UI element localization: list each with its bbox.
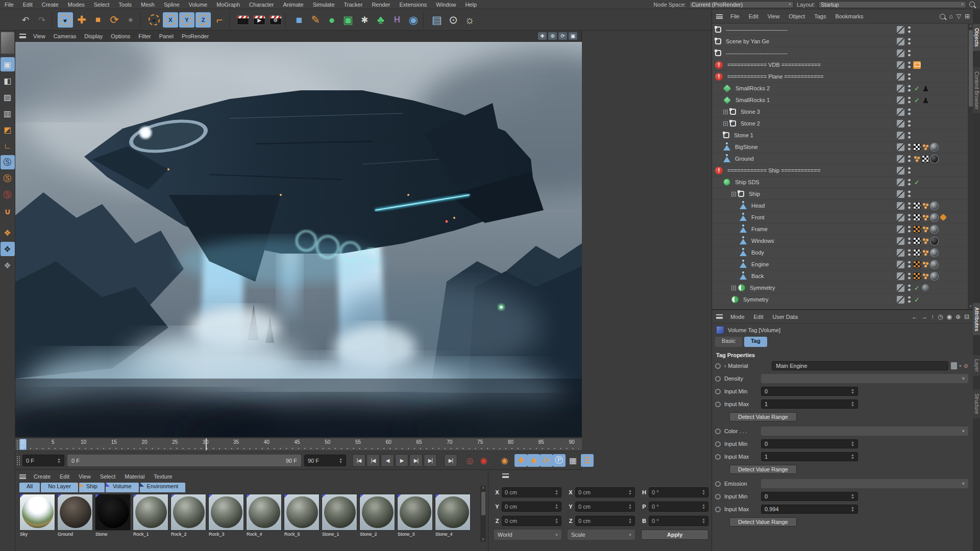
anim-dot-icon[interactable] [715, 429, 721, 434]
material-tag-icon[interactable] [930, 226, 938, 233]
coord-field-size-y[interactable]: 0 cm▲▼ [575, 502, 635, 512]
viewport-menu-filter[interactable]: Filter [134, 33, 155, 39]
tag-icon[interactable] [940, 214, 947, 221]
viewport-menu-view[interactable]: View [29, 33, 50, 39]
anim-dot-icon[interactable] [715, 441, 721, 447]
visibility-dots-icon[interactable] [908, 131, 911, 139]
enabled-check-icon[interactable]: ✓ [913, 284, 921, 292]
key-pla-icon[interactable]: ▦ [567, 454, 579, 467]
detect-value-range-button[interactable]: Detect Value Range [729, 465, 797, 474]
input-emission-input-max[interactable]: 0.994▲▼ [761, 505, 858, 514]
next-frame-button[interactable]: ▶| [409, 454, 423, 467]
current-frame-field[interactable]: 0 F▲▼ [22, 455, 64, 466]
apply-button[interactable]: Apply [641, 530, 708, 540]
menu-simulate[interactable]: Simulate [308, 2, 339, 8]
om-add-icon[interactable]: ⊞ [965, 13, 970, 20]
set-keyframe-icon[interactable]: ◉ [498, 454, 511, 467]
workplane-mode-icon[interactable]: ▥ [1, 106, 15, 120]
phong-tag-icon[interactable] [922, 143, 929, 151]
autokeying-icon[interactable]: ◉ [477, 454, 490, 467]
object-row-stone-2[interactable]: +Stone 2 [712, 118, 973, 130]
expand-chevron-icon[interactable]: › [724, 363, 726, 369]
key-scale-icon[interactable]: ■ [527, 454, 540, 467]
om-menu-tags[interactable]: Tags [810, 13, 830, 19]
material-menu-select[interactable]: Select [95, 473, 120, 480]
attr-nav-icon-6[interactable]: ⊟ [964, 313, 969, 320]
key-parameter-icon[interactable]: Ⓟ [553, 454, 566, 467]
object-row-plane[interactable]: !============ Plane ============ [712, 71, 973, 83]
visibility-dots-icon[interactable] [908, 272, 911, 280]
enabled-check-icon[interactable]: ✓ [913, 179, 921, 186]
phong-tag-icon[interactable] [922, 261, 929, 268]
layer-toggle-icon[interactable] [897, 132, 904, 139]
material-tag-icon[interactable] [930, 237, 938, 245]
attr-nav-icon-3[interactable]: ◷ [938, 313, 943, 320]
viewport-panel[interactable]: ViewCamerasDisplayOptionsFilterPanelProR… [15, 31, 582, 437]
transport-handle[interactable] [16, 456, 20, 466]
om-path-icon[interactable]: ⌂ [949, 13, 952, 20]
attr-nav-icon-1[interactable]: → [921, 313, 927, 320]
layer-tab-no-layer[interactable]: No Layer [41, 483, 78, 492]
dropdown-color[interactable]: ˅ [761, 427, 968, 436]
coord-field-position-y[interactable]: 0 cm▲▼ [502, 502, 561, 512]
tab-basic[interactable]: Basic [715, 337, 742, 347]
visibility-dots-icon[interactable] [908, 260, 911, 268]
volume-builder-icon[interactable]: ♣ [373, 12, 388, 28]
material-link-field[interactable]: Main Engine [772, 361, 948, 370]
y-axis-lock-icon[interactable]: Y [179, 12, 194, 28]
anim-dot-icon[interactable] [715, 507, 721, 512]
menu-tracker[interactable]: Tracker [339, 2, 368, 8]
uvw-tag-icon[interactable] [913, 214, 921, 221]
fields-icon[interactable]: H [389, 12, 405, 28]
object-row-head[interactable]: Head [712, 200, 973, 212]
expand-icon[interactable]: + [723, 121, 728, 126]
object-row-symmetry[interactable]: +Symmetry✓ [712, 282, 973, 294]
dock-tab-content-browser[interactable]: Content Browser [973, 67, 980, 113]
material-item-ground[interactable]: Ground [57, 494, 94, 537]
material-tag-icon[interactable] [930, 272, 938, 280]
figure-tag-icon[interactable]: ♟ [922, 85, 929, 92]
object-row-bigstone[interactable]: BigStone [712, 141, 973, 153]
visibility-dots-icon[interactable] [908, 108, 911, 116]
render-settings-icon[interactable]: ⚙ [268, 12, 283, 28]
workplane-icon[interactable]: ❖ [1, 226, 15, 240]
material-thumbnail[interactable] [435, 494, 471, 531]
menu-window[interactable]: Window [431, 2, 460, 8]
material-menu-create[interactable]: Create [29, 473, 55, 480]
light-object-icon[interactable]: ☼ [462, 12, 477, 28]
om-menu-view[interactable]: View [763, 13, 785, 19]
add-cube-object-icon[interactable]: ■ [291, 12, 307, 28]
uvw-tag-icon[interactable] [913, 249, 921, 257]
om-menu-bookmarks[interactable]: Bookmarks [830, 13, 868, 19]
material-thumbnail[interactable] [208, 494, 244, 531]
object-row-scene-by-yan-ge[interactable]: Scene by Yan Ge [712, 36, 973, 47]
vdb-tag-icon[interactable] [913, 61, 921, 69]
visibility-dots-icon[interactable] [908, 178, 911, 186]
layer-toggle-icon[interactable] [897, 85, 904, 92]
viewport-menu-options[interactable]: Options [107, 33, 134, 39]
layer-toggle-icon[interactable] [897, 120, 904, 128]
object-row-ground[interactable]: Ground [712, 153, 973, 165]
dock-tab-attributes[interactable]: Attributes [973, 303, 980, 335]
anim-dot-icon[interactable] [715, 402, 721, 407]
menu-mograph[interactable]: MoGraph [212, 2, 244, 8]
texture-mode-icon[interactable]: ▨ [1, 90, 15, 104]
visibility-dots-icon[interactable] [908, 72, 911, 81]
material-item-stone-3[interactable]: Stone_3 [397, 494, 434, 537]
search-icon[interactable] [969, 2, 975, 7]
live-selection-tool-icon[interactable]: ► [58, 12, 73, 28]
layer-toggle-icon[interactable] [897, 155, 904, 163]
material-item-sky[interactable]: Sky [19, 494, 56, 537]
next-key-button[interactable]: ▶| [424, 454, 437, 467]
visibility-dots-icon[interactable] [908, 166, 911, 174]
layer-toggle-icon[interactable] [897, 96, 904, 104]
object-row-sep-2[interactable]: --------------------------------- [712, 47, 973, 59]
visibility-dots-icon[interactable] [908, 37, 911, 45]
uvw-tag-icon[interactable] [913, 237, 921, 245]
material-scrollbar[interactable]: ∧∨ [480, 486, 486, 542]
render-picture-viewer-icon[interactable]: ▶ [252, 12, 267, 28]
material-thumbnail[interactable] [322, 494, 357, 531]
material-tag-icon[interactable] [930, 155, 938, 163]
object-row-engine[interactable]: Engine [712, 259, 973, 270]
tab-tag[interactable]: Tag [744, 337, 767, 347]
